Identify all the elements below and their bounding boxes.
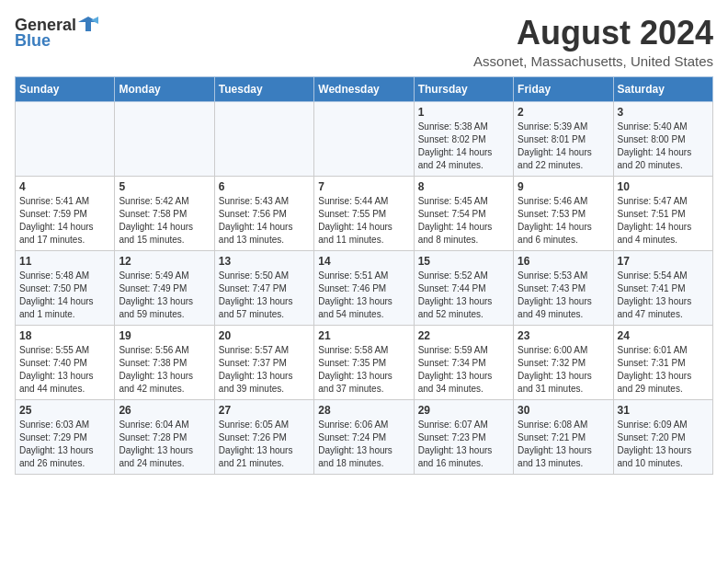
day-info: Sunrise: 6:01 AM Sunset: 7:31 PM Dayligh… [618,344,709,396]
calendar-week-2: 4Sunrise: 5:41 AM Sunset: 7:59 PM Daylig… [16,176,713,250]
calendar-cell: 6Sunrise: 5:43 AM Sunset: 7:56 PM Daylig… [214,176,313,250]
day-info: Sunrise: 5:40 AM Sunset: 8:00 PM Dayligh… [618,121,709,172]
calendar-cell: 12Sunrise: 5:49 AM Sunset: 7:49 PM Dayli… [115,250,214,325]
calendar-table: Sunday Monday Tuesday Wednesday Thursday… [15,76,713,475]
day-number: 4 [19,180,110,193]
calendar-cell [314,101,414,176]
calendar-cell: 14Sunrise: 5:51 AM Sunset: 7:46 PM Dayli… [314,250,414,325]
header: General Blue August 2024 Assonet, Massac… [15,15,713,69]
calendar-cell: 25Sunrise: 6:03 AM Sunset: 7:29 PM Dayli… [16,399,115,474]
day-number: 11 [19,255,110,268]
calendar-cell: 13Sunrise: 5:50 AM Sunset: 7:47 PM Dayli… [214,250,313,325]
header-wednesday: Wednesday [314,76,414,101]
day-info: Sunrise: 5:48 AM Sunset: 7:50 PM Dayligh… [19,270,110,321]
header-saturday: Saturday [613,76,712,101]
day-number: 24 [618,329,709,342]
day-info: Sunrise: 5:44 AM Sunset: 7:55 PM Dayligh… [318,195,409,247]
calendar-cell: 31Sunrise: 6:09 AM Sunset: 7:20 PM Dayli… [613,399,712,474]
day-number: 22 [418,329,509,342]
calendar-cell: 27Sunrise: 6:05 AM Sunset: 7:26 PM Dayli… [214,399,313,474]
month-title: August 2024 [473,15,713,52]
calendar-week-5: 25Sunrise: 6:03 AM Sunset: 7:29 PM Dayli… [16,399,713,474]
day-number: 25 [19,404,110,417]
day-number: 10 [618,180,709,193]
day-number: 2 [518,106,609,119]
day-number: 16 [518,255,609,268]
day-number: 23 [518,329,609,342]
day-info: Sunrise: 5:45 AM Sunset: 7:54 PM Dayligh… [418,195,509,247]
calendar-cell [16,101,115,176]
header-sunday: Sunday [16,76,115,101]
day-info: Sunrise: 5:50 AM Sunset: 7:47 PM Dayligh… [219,270,310,321]
location-title: Assonet, Massachusetts, United States [473,53,713,69]
calendar-cell: 3Sunrise: 5:40 AM Sunset: 8:00 PM Daylig… [613,101,712,176]
logo-bird-icon [78,15,98,35]
day-number: 6 [219,180,310,193]
day-number: 15 [418,255,509,268]
header-thursday: Thursday [414,76,513,101]
day-info: Sunrise: 6:08 AM Sunset: 7:21 PM Dayligh… [518,419,609,470]
title-area: August 2024 Assonet, Massachusetts, Unit… [473,15,713,69]
logo: General Blue [15,15,98,51]
calendar-cell: 22Sunrise: 5:59 AM Sunset: 7:34 PM Dayli… [414,325,513,399]
day-info: Sunrise: 6:03 AM Sunset: 7:29 PM Dayligh… [19,419,110,470]
header-friday: Friday [514,76,613,101]
day-info: Sunrise: 5:46 AM Sunset: 7:53 PM Dayligh… [518,195,609,247]
calendar-cell: 2Sunrise: 5:39 AM Sunset: 8:01 PM Daylig… [514,101,613,176]
day-info: Sunrise: 6:04 AM Sunset: 7:28 PM Dayligh… [119,419,210,470]
calendar-cell: 20Sunrise: 5:57 AM Sunset: 7:37 PM Dayli… [214,325,313,399]
day-info: Sunrise: 5:52 AM Sunset: 7:44 PM Dayligh… [418,270,509,321]
day-info: Sunrise: 5:42 AM Sunset: 7:58 PM Dayligh… [119,195,210,247]
calendar-cell: 7Sunrise: 5:44 AM Sunset: 7:55 PM Daylig… [314,176,414,250]
day-info: Sunrise: 5:49 AM Sunset: 7:49 PM Dayligh… [119,270,210,321]
day-number: 8 [418,180,509,193]
day-info: Sunrise: 6:09 AM Sunset: 7:20 PM Dayligh… [618,419,709,470]
calendar-cell [214,101,313,176]
day-number: 3 [618,106,709,119]
calendar-cell: 10Sunrise: 5:47 AM Sunset: 7:51 PM Dayli… [613,176,712,250]
calendar-week-4: 18Sunrise: 5:55 AM Sunset: 7:40 PM Dayli… [16,325,713,399]
calendar-cell: 29Sunrise: 6:07 AM Sunset: 7:23 PM Dayli… [414,399,513,474]
calendar-cell: 24Sunrise: 6:01 AM Sunset: 7:31 PM Dayli… [613,325,712,399]
day-info: Sunrise: 5:53 AM Sunset: 7:43 PM Dayligh… [518,270,609,321]
calendar-cell: 16Sunrise: 5:53 AM Sunset: 7:43 PM Dayli… [514,250,613,325]
day-number: 29 [418,404,509,417]
svg-marker-1 [91,17,98,24]
day-info: Sunrise: 5:43 AM Sunset: 7:56 PM Dayligh… [219,195,310,247]
day-number: 27 [219,404,310,417]
calendar-cell: 1Sunrise: 5:38 AM Sunset: 8:02 PM Daylig… [414,101,513,176]
day-number: 21 [318,329,409,342]
day-info: Sunrise: 6:05 AM Sunset: 7:26 PM Dayligh… [219,419,310,470]
calendar-cell: 19Sunrise: 5:56 AM Sunset: 7:38 PM Dayli… [115,325,214,399]
calendar-cell: 4Sunrise: 5:41 AM Sunset: 7:59 PM Daylig… [16,176,115,250]
day-number: 1 [418,106,509,119]
day-info: Sunrise: 5:39 AM Sunset: 8:01 PM Dayligh… [518,121,609,172]
day-info: Sunrise: 5:59 AM Sunset: 7:34 PM Dayligh… [418,344,509,396]
header-monday: Monday [115,76,214,101]
day-number: 5 [119,180,210,193]
day-number: 13 [219,255,310,268]
day-info: Sunrise: 5:51 AM Sunset: 7:46 PM Dayligh… [318,270,409,321]
day-number: 19 [119,329,210,342]
day-info: Sunrise: 6:06 AM Sunset: 7:24 PM Dayligh… [318,419,409,470]
calendar-cell: 17Sunrise: 5:54 AM Sunset: 7:41 PM Dayli… [613,250,712,325]
calendar-cell: 15Sunrise: 5:52 AM Sunset: 7:44 PM Dayli… [414,250,513,325]
calendar-cell: 11Sunrise: 5:48 AM Sunset: 7:50 PM Dayli… [16,250,115,325]
day-number: 14 [318,255,409,268]
day-number: 17 [618,255,709,268]
day-number: 18 [19,329,110,342]
day-number: 7 [318,180,409,193]
calendar-cell: 26Sunrise: 6:04 AM Sunset: 7:28 PM Dayli… [115,399,214,474]
weekday-header-row: Sunday Monday Tuesday Wednesday Thursday… [16,76,713,101]
header-tuesday: Tuesday [214,76,313,101]
day-number: 9 [518,180,609,193]
calendar-cell: 28Sunrise: 6:06 AM Sunset: 7:24 PM Dayli… [314,399,414,474]
calendar-cell: 8Sunrise: 5:45 AM Sunset: 7:54 PM Daylig… [414,176,513,250]
calendar-cell: 9Sunrise: 5:46 AM Sunset: 7:53 PM Daylig… [514,176,613,250]
day-info: Sunrise: 5:47 AM Sunset: 7:51 PM Dayligh… [618,195,709,247]
day-number: 20 [219,329,310,342]
day-number: 30 [518,404,609,417]
calendar-week-3: 11Sunrise: 5:48 AM Sunset: 7:50 PM Dayli… [16,250,713,325]
day-info: Sunrise: 5:38 AM Sunset: 8:02 PM Dayligh… [418,121,509,172]
calendar-week-1: 1Sunrise: 5:38 AM Sunset: 8:02 PM Daylig… [16,101,713,176]
